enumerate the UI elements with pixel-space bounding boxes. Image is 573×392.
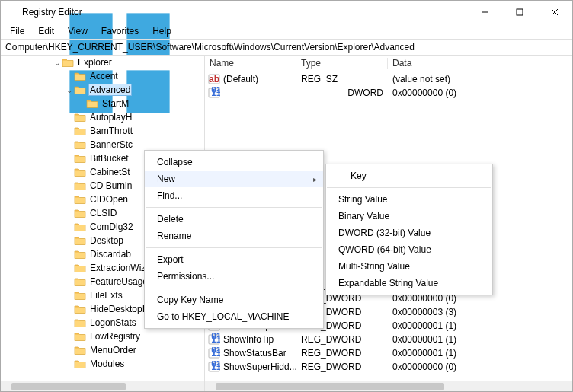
ctx-item-rename[interactable]: Rename: [145, 228, 323, 244]
dword-value-icon: [208, 361, 220, 373]
tree-node[interactable]: CLSID: [1, 206, 165, 220]
ctx-item-dword-32-bit-value[interactable]: DWORD (32-bit) Value: [326, 225, 492, 241]
value-data: (value not set): [388, 74, 572, 84]
folder-icon: [74, 153, 86, 164]
value-name: ShowSuperHidd...: [223, 362, 296, 372]
folder-icon: [74, 208, 86, 218]
tree-node[interactable]: FeatureUsage: [1, 275, 165, 288]
list-row[interactable]: ShowStatusBarREG_DWORD0x00000001 (1): [205, 346, 572, 360]
menu-separator: [146, 207, 322, 208]
value-data: 0x00000001 (1): [388, 348, 572, 359]
tree-node[interactable]: BannerStc: [1, 138, 165, 151]
tree-label: Advanced: [88, 84, 132, 96]
value-data: 0x00000003 (3): [388, 307, 572, 317]
tree-node[interactable]: MenuOrder: [1, 343, 165, 357]
tree-node[interactable]: FileExts: [1, 288, 165, 302]
tree-node[interactable]: CIDOpen: [1, 193, 165, 206]
ctx-item-binary-value[interactable]: Binary Value: [326, 208, 492, 225]
value-type: REG_DWORD: [296, 348, 388, 359]
tree-label: AutoplayH: [88, 111, 133, 123]
close-button[interactable]: [537, 1, 572, 24]
col-type[interactable]: Type: [296, 56, 388, 72]
tree-hscroll[interactable]: [1, 381, 204, 391]
menu-favorites[interactable]: Favorites: [95, 24, 145, 38]
list-row[interactable]: (Default)REG_SZ(value not set): [205, 72, 572, 86]
ctx-item-qword-64-bit-value[interactable]: QWORD (64-bit) Value: [326, 241, 492, 258]
folder-icon: [74, 112, 86, 123]
menu-edit[interactable]: Edit: [32, 24, 60, 38]
folder-icon: [86, 98, 98, 109]
tree-node[interactable]: Discardab: [1, 247, 165, 261]
tree-node[interactable]: StartM: [1, 97, 165, 110]
menu-view[interactable]: View: [62, 24, 94, 38]
list-hscroll[interactable]: [205, 381, 572, 391]
value-type: REG_DWORD: [296, 362, 388, 372]
folder-icon: [74, 345, 86, 355]
ctx-item-multi-string-value[interactable]: Multi-String Value: [326, 258, 492, 275]
tree-label: BitBucket: [88, 152, 130, 164]
minimize-button[interactable]: [467, 1, 502, 24]
tree-node[interactable]: HideDesktopIcons: [1, 302, 165, 316]
new-submenu: KeyString ValueBinary ValueDWORD (32-bit…: [325, 164, 493, 295]
tree-node[interactable]: Accent: [1, 69, 165, 83]
expand-icon[interactable]: ⌄: [65, 86, 74, 94]
tree-node[interactable]: LogonStats: [1, 316, 165, 330]
folder-icon: [74, 71, 86, 81]
address-bar[interactable]: Computer\HKEY_CURRENT_USER\Software\Micr…: [1, 39, 572, 56]
value-type: REG_DWORD: [296, 334, 388, 345]
maximize-button[interactable]: [502, 1, 537, 24]
tree-node[interactable]: ⌄Advanced: [1, 83, 165, 97]
ctx-item-go-to-hkey-local-machine[interactable]: Go to HKEY_LOCAL_MACHINE: [145, 308, 323, 325]
list-header[interactable]: Name Type Data: [205, 56, 572, 72]
tree-node[interactable]: Modules: [1, 357, 165, 371]
ctx-item-new[interactable]: New▸: [145, 171, 323, 187]
tree-node[interactable]: LowRegistry: [1, 330, 165, 343]
tree-node[interactable]: CabinetSt: [1, 165, 165, 179]
list-row[interactable]: ShowSuperHidd...REG_DWORD0x00000000 (0): [205, 360, 572, 374]
folder-icon: [74, 249, 86, 260]
value-name: ShowStatusBar: [223, 348, 286, 359]
dword-value-icon: [208, 87, 220, 99]
folder-icon: [74, 359, 86, 369]
ctx-item-permissions-[interactable]: Permissions...: [145, 268, 323, 285]
ctx-item-export[interactable]: Export: [145, 251, 323, 268]
tree-label: CIDOpen: [88, 193, 130, 206]
value-data: 0x00000001 (1): [388, 334, 572, 345]
ctx-item-find-[interactable]: Find...: [145, 187, 323, 204]
content-area: ⌄ExplorerAccent⌄AdvancedStartMAutoplayHB…: [1, 56, 572, 391]
tree-label: Accent: [88, 70, 120, 82]
ctx-item-string-value[interactable]: String Value: [326, 191, 492, 208]
tree-node[interactable]: BamThrott: [1, 124, 165, 138]
tree-node[interactable]: BitBucket: [1, 151, 165, 165]
ctx-item-key[interactable]: Key: [326, 167, 492, 184]
folder-icon: [74, 84, 86, 95]
app-icon: [5, 6, 18, 18]
svg-rect-10: [517, 9, 523, 15]
tree-node[interactable]: ExtractionWizard: [1, 261, 165, 275]
menu-separator: [146, 288, 322, 288]
tree-node[interactable]: Desktop: [1, 234, 165, 247]
list-row[interactable]: DWORD0x00000000 (0): [205, 86, 572, 100]
tree-node[interactable]: ComDlg32: [1, 220, 165, 234]
ctx-item-delete[interactable]: Delete: [145, 211, 323, 228]
col-data[interactable]: Data: [388, 56, 572, 72]
menu-help[interactable]: Help: [146, 24, 178, 38]
ctx-item-expandable-string-value[interactable]: Expandable String Value: [326, 275, 492, 292]
tree-node[interactable]: AutoplayH: [1, 110, 165, 124]
tree-node[interactable]: ⌄Explorer: [1, 56, 165, 69]
tree-label: Explorer: [76, 56, 114, 69]
ctx-item-collapse[interactable]: Collapse: [145, 154, 323, 171]
folder-icon: [74, 317, 86, 328]
tree-label: StartM: [101, 97, 130, 110]
submenu-arrow-icon: ▸: [313, 175, 317, 183]
folder-icon: [74, 167, 86, 177]
tree-node[interactable]: CD Burnin: [1, 179, 165, 193]
col-name[interactable]: Name: [205, 56, 296, 72]
list-row[interactable]: ShowInfoTipREG_DWORD0x00000001 (1): [205, 333, 572, 346]
ctx-item-copy-key-name[interactable]: Copy Key Name: [145, 292, 323, 308]
tree-label: Modules: [88, 358, 126, 370]
expand-icon[interactable]: ⌄: [53, 59, 62, 67]
registry-editor-window: Registry Editor FileEditViewFavoritesHel…: [0, 0, 573, 392]
menu-file[interactable]: File: [4, 24, 30, 38]
folder-icon: [62, 57, 74, 68]
